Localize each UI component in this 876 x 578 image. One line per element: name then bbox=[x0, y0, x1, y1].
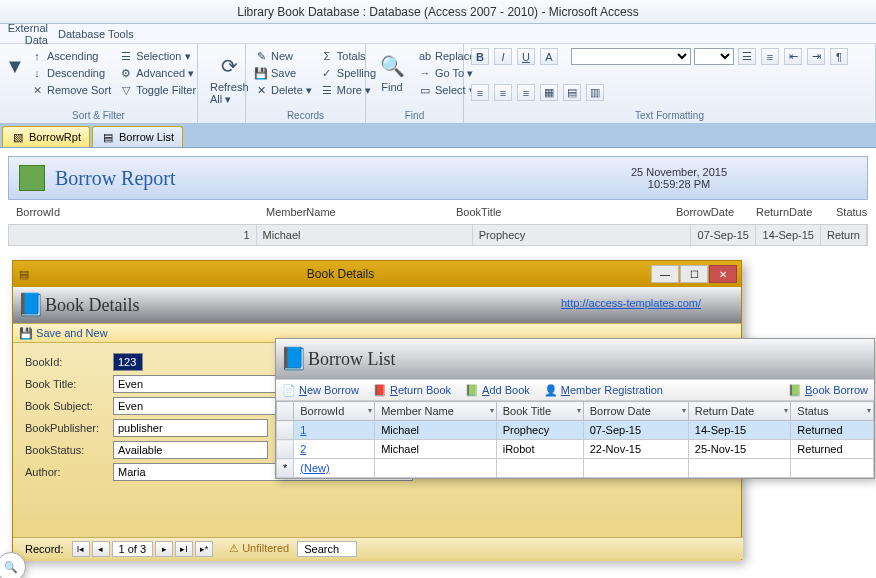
id-link[interactable]: 1 bbox=[300, 424, 306, 436]
more-icon: ☰ bbox=[320, 83, 334, 97]
id-link[interactable]: 2 bbox=[300, 443, 306, 455]
nav-prev-button[interactable]: ◂ bbox=[92, 541, 110, 557]
menu-external-data[interactable]: External Data bbox=[4, 22, 48, 46]
table-row[interactable]: 2 Michael iRobot 22-Nov-15 25-Nov-15 Ret… bbox=[277, 440, 874, 459]
report-logo-icon bbox=[19, 165, 45, 191]
selection-button[interactable]: ☰Selection ▾ bbox=[117, 48, 198, 64]
col-header-borrowid[interactable]: BorrowId▾ bbox=[294, 402, 375, 421]
borrow-list-panel: 📘 Borrow List 📄New Borrow 📕Return Book 📗… bbox=[275, 338, 875, 479]
borrow-list-grid[interactable]: BorrowId▾ Member Name▾ Book Title▾ Borro… bbox=[276, 401, 874, 478]
dialog-titlebar[interactable]: ▤ Book Details — ☐ ✕ bbox=[13, 261, 741, 287]
table-row[interactable]: 1 Michael Prophecy 07-Sep-15 14-Sep-15 R… bbox=[277, 421, 874, 440]
cell-member[interactable]: Michael bbox=[375, 421, 497, 440]
add-book-button[interactable]: 📗Add Book bbox=[465, 383, 530, 397]
dropdown-icon[interactable]: ▾ bbox=[490, 406, 494, 415]
dropdown-icon[interactable]: ▾ bbox=[577, 406, 581, 415]
advanced-button[interactable]: ⚙Advanced ▾ bbox=[117, 65, 198, 81]
dropdown-icon[interactable]: ▾ bbox=[867, 406, 871, 415]
new-button[interactable]: ✎New bbox=[252, 48, 314, 64]
new-borrow-button[interactable]: 📄New Borrow bbox=[282, 383, 359, 397]
cell-member[interactable]: Michael bbox=[375, 440, 497, 459]
new-row-selector[interactable]: * bbox=[277, 459, 294, 478]
member-reg-button[interactable]: 👤Member Registration bbox=[544, 383, 663, 397]
book-borrow-button[interactable]: 📗Book Borrow bbox=[788, 383, 868, 397]
templates-link[interactable]: http://access-templates.com/ bbox=[561, 297, 701, 309]
menu-database-tools[interactable]: Database Tools bbox=[58, 28, 134, 40]
cell-status[interactable]: Returned bbox=[791, 421, 874, 440]
close-button[interactable]: ✕ bbox=[709, 265, 737, 283]
cell-bd[interactable]: 22-Nov-15 bbox=[583, 440, 688, 459]
list-icon: 📘 bbox=[286, 352, 300, 366]
sort-desc-button[interactable]: ↓Descending bbox=[28, 65, 113, 81]
bold-button[interactable]: B bbox=[471, 48, 489, 65]
font-color-button[interactable]: A bbox=[540, 48, 558, 65]
find-button[interactable]: 🔍Find bbox=[372, 48, 412, 97]
cell-book[interactable]: Prophecy bbox=[496, 421, 583, 440]
toggle-filter-button[interactable]: ▽Toggle Filter bbox=[117, 82, 198, 98]
cell-book[interactable]: iRobot bbox=[496, 440, 583, 459]
delete-button[interactable]: ✕Delete ▾ bbox=[252, 82, 314, 98]
filter-status[interactable]: ⚠ Unfiltered bbox=[223, 542, 295, 555]
nav-last-button[interactable]: ▸I bbox=[175, 541, 193, 557]
col-header-status[interactable]: Status▾ bbox=[791, 402, 874, 421]
remove-sort-button[interactable]: ⨯Remove Sort bbox=[28, 82, 113, 98]
align-center-button[interactable]: ≡ bbox=[494, 84, 512, 101]
bullets-button[interactable]: ☰ bbox=[738, 48, 756, 65]
font-combo[interactable] bbox=[571, 48, 691, 65]
nav-new-button[interactable]: ▸* bbox=[195, 541, 213, 557]
nav-first-button[interactable]: I◂ bbox=[72, 541, 90, 557]
alt-row-button[interactable]: ▤ bbox=[563, 84, 581, 101]
cell-status: Return bbox=[821, 225, 867, 245]
gridlines-button[interactable]: ▥ bbox=[586, 84, 604, 101]
publisher-input[interactable] bbox=[113, 419, 268, 437]
minimize-button[interactable]: — bbox=[651, 265, 679, 283]
cell-bd[interactable]: 07-Sep-15 bbox=[583, 421, 688, 440]
italic-button[interactable]: I bbox=[494, 48, 512, 65]
numbering-button[interactable]: ≡ bbox=[761, 48, 779, 65]
dropdown-icon[interactable]: ▾ bbox=[368, 406, 372, 415]
col-header-returndate[interactable]: Return Date▾ bbox=[688, 402, 791, 421]
col-header-member[interactable]: Member Name▾ bbox=[375, 402, 497, 421]
save-button[interactable]: 💾Save bbox=[252, 65, 314, 81]
report-area: Borrow Report 25 November, 2015 10:59:28… bbox=[0, 148, 876, 246]
fill-color-button[interactable]: ▦ bbox=[540, 84, 558, 101]
dropdown-icon[interactable]: ▾ bbox=[784, 406, 788, 415]
cell-rd[interactable]: 25-Nov-15 bbox=[688, 440, 791, 459]
new-row[interactable]: * (New) bbox=[277, 459, 874, 478]
new-link[interactable]: (New) bbox=[300, 462, 329, 474]
indent-left-button[interactable]: ⇤ bbox=[784, 48, 802, 65]
return-book-button[interactable]: 📕Return Book bbox=[373, 383, 451, 397]
cell-status[interactable]: Returned bbox=[791, 440, 874, 459]
align-left-button[interactable]: ≡ bbox=[471, 84, 489, 101]
nav-next-button[interactable]: ▸ bbox=[155, 541, 173, 557]
status-input[interactable] bbox=[113, 441, 268, 459]
menubar: External Data Database Tools bbox=[0, 24, 876, 44]
bookid-input[interactable] bbox=[113, 353, 143, 371]
cell-member: Michael bbox=[257, 225, 473, 245]
sort-asc-button[interactable]: ↑Ascending bbox=[28, 48, 113, 64]
align-right-button[interactable]: ≡ bbox=[517, 84, 535, 101]
label-status: BookStatus: bbox=[25, 444, 113, 456]
cell-rd[interactable]: 14-Sep-15 bbox=[688, 421, 791, 440]
ltr-button[interactable]: ¶ bbox=[830, 48, 848, 65]
tab-borrow-rpt[interactable]: ▧BorrowRpt bbox=[2, 126, 90, 147]
col-header-book[interactable]: Book Title▾ bbox=[496, 402, 583, 421]
goto-icon: → bbox=[418, 66, 432, 80]
maximize-button[interactable]: ☐ bbox=[680, 265, 708, 283]
borrow-list-header: 📘 Borrow List bbox=[276, 339, 874, 379]
indent-right-button[interactable]: ⇥ bbox=[807, 48, 825, 65]
save-and-new-button[interactable]: 💾 Save and New bbox=[19, 326, 108, 340]
report-icon: ▧ bbox=[11, 130, 25, 144]
font-size-combo[interactable] bbox=[694, 48, 734, 65]
row-selector[interactable] bbox=[277, 440, 294, 459]
search-box[interactable]: Search bbox=[297, 541, 357, 557]
dropdown-icon[interactable]: ▾ bbox=[682, 406, 686, 415]
underline-button[interactable]: U bbox=[517, 48, 535, 65]
tab-borrow-list[interactable]: ▤Borrow List bbox=[92, 126, 183, 147]
filter-button[interactable]: ▼ bbox=[6, 48, 24, 85]
row-selector[interactable] bbox=[277, 421, 294, 440]
save-icon: 💾 bbox=[254, 66, 268, 80]
dialog-header-title: Book Details bbox=[45, 295, 140, 316]
row-selector-header[interactable] bbox=[277, 402, 294, 421]
col-header-borrowdate[interactable]: Borrow Date▾ bbox=[583, 402, 688, 421]
